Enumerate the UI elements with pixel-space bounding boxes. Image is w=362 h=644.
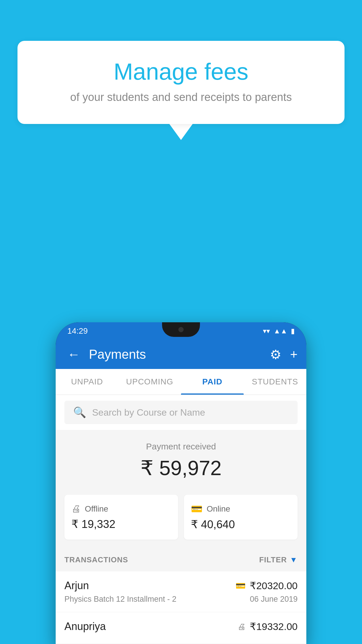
filter-label: FILTER [259,555,287,564]
transaction-row-top-2: Anupriya 🖨 ₹19332.00 [64,620,298,633]
transaction-amount-2: ₹19332.00 [250,621,298,632]
speech-bubble-pointer [169,124,193,140]
transactions-header: TRANSACTIONS FILTER ▼ [56,548,306,571]
app-bar: ← Payments ⚙ + [56,340,306,369]
tab-students[interactable]: STUDENTS [244,369,306,395]
transaction-date: 06 June 2019 [250,595,298,604]
filter-icon: ▼ [290,555,298,564]
search-icon: 🔍 [73,406,86,419]
app-bar-actions: ⚙ + [270,347,298,362]
transaction-amount: ₹20320.00 [250,580,298,592]
payment-received-label: Payment received [64,442,298,452]
camera [178,327,184,332]
online-amount: ₹ 40,640 [191,518,291,531]
settings-button[interactable]: ⚙ [270,347,281,362]
speech-bubble-container: Manage fees of your students and send re… [17,41,345,140]
offline-card-header: 🖨 Offline [71,503,171,514]
back-button[interactable]: ← [64,344,83,365]
add-button[interactable]: + [290,347,298,362]
online-payment-card: 💳 Online ₹ 40,640 [184,495,298,540]
transaction-desc: Physics Batch 12 Installment - 2 [64,595,176,604]
payment-received-amount: ₹ 59,972 [64,456,298,480]
tab-upcoming[interactable]: UPCOMING [118,369,181,395]
transaction-row-top: Arjun 💳 ₹20320.00 [64,580,298,592]
signal-icon: ▲▲ [273,327,287,335]
search-bar-wrapper: 🔍 Search by Course or Name [56,395,306,430]
tab-paid[interactable]: PAID [181,369,244,395]
transaction-item[interactable]: Arjun 💳 ₹20320.00 Physics Batch 12 Insta… [56,571,306,612]
tab-unpaid[interactable]: UNPAID [56,369,118,395]
speech-bubble-subtitle: of your students and send receipts to pa… [41,91,321,104]
transaction-item-2[interactable]: Anupriya 🖨 ₹19332.00 [56,612,306,644]
offline-label: Offline [85,504,108,514]
transaction-row-bottom: Physics Batch 12 Installment - 2 06 June… [64,595,298,604]
transaction-name: Arjun [64,580,89,592]
transactions-label: TRANSACTIONS [64,555,128,564]
status-time: 14:29 [67,326,88,336]
wifi-icon: ▾▾ [263,327,270,335]
speech-bubble: Manage fees of your students and send re… [17,41,345,124]
offline-icon: 🖨 [71,503,81,514]
filter-button[interactable]: FILTER ▼ [259,555,298,564]
offline-amount: ₹ 19,332 [71,518,171,531]
transaction-name-2: Anupriya [64,620,106,633]
speech-bubble-title: Manage fees [41,58,321,85]
phone-wrapper: 14:29 ▾▾ ▲▲ ▮ ← Payments ⚙ + UNPAID UPCO… [56,322,306,644]
online-icon: 💳 [191,503,203,514]
payment-cards: 🖨 Offline ₹ 19,332 💳 Online ₹ 40,640 [56,495,306,548]
transaction-online-icon: 💳 [236,581,246,591]
tabs: UNPAID UPCOMING PAID STUDENTS [56,369,306,395]
screen-content: 🔍 Search by Course or Name Payment recei… [56,395,306,644]
transaction-offline-icon: 🖨 [238,622,246,631]
status-icons: ▾▾ ▲▲ ▮ [263,327,295,335]
online-card-header: 💳 Online [191,503,291,514]
status-bar: 14:29 ▾▾ ▲▲ ▮ [56,322,306,340]
search-bar[interactable]: 🔍 Search by Course or Name [64,401,298,424]
offline-payment-card: 🖨 Offline ₹ 19,332 [64,495,178,540]
payment-received-section: Payment received ₹ 59,972 [56,430,306,495]
transaction-amount-wrapper: 💳 ₹20320.00 [236,580,298,592]
online-label: Online [207,504,230,514]
app-bar-title: Payments [89,347,264,362]
search-input-placeholder[interactable]: Search by Course or Name [92,407,205,418]
phone: 14:29 ▾▾ ▲▲ ▮ ← Payments ⚙ + UNPAID UPCO… [56,322,306,644]
battery-icon: ▮ [291,327,295,335]
transaction-amount-wrapper-2: 🖨 ₹19332.00 [238,621,298,632]
notch [162,322,200,337]
